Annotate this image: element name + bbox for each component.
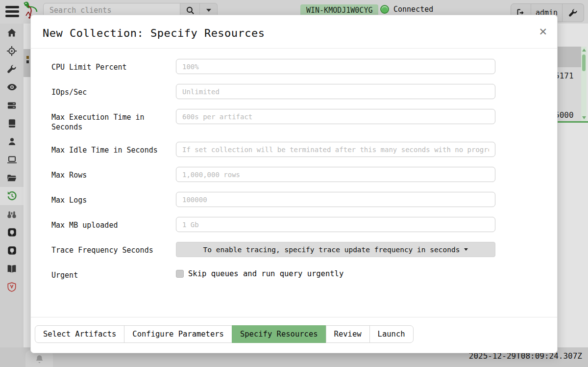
sidebar-item-documentation[interactable]: [0, 260, 24, 278]
journal-icon: [7, 119, 17, 128]
chevron-down-icon: [464, 248, 468, 251]
binoculars-icon: [7, 210, 17, 219]
sidebar-item-github-alt[interactable]: [0, 241, 24, 260]
iops-input[interactable]: [176, 84, 495, 99]
sidebar-item-hunt-manager[interactable]: [0, 42, 24, 60]
book-open-icon: [7, 264, 17, 274]
form-row-max-logs: Max Logs: [51, 192, 525, 207]
field-label: Trace Frequency Seconds: [51, 242, 176, 255]
urgent-checkbox-label: Skip queues and run query urgently: [188, 269, 343, 278]
trace-frequency-dropdown[interactable]: To enable tracing, specify trace update …: [176, 242, 495, 257]
settings-button[interactable]: [563, 3, 584, 22]
bell-icon: [35, 354, 44, 364]
step-configure-parameters[interactable]: Configure Parameters: [124, 325, 232, 343]
user-icon: [7, 137, 17, 146]
sidebar-item-host-information[interactable]: [0, 151, 24, 169]
server-stack-icon: [7, 101, 17, 110]
form-row-max-rows: Max Rows: [51, 167, 525, 182]
form-row-max-mb-uploaded: Max MB uploaded: [51, 217, 525, 232]
max-mb-uploaded-input[interactable]: [176, 217, 495, 232]
wrench-icon: [7, 64, 17, 74]
max-execution-time-input[interactable]: [176, 109, 495, 124]
field-label: Max MB uploaded: [51, 217, 176, 230]
cpu-limit-input[interactable]: [176, 59, 495, 74]
scroll-up-arrow-icon[interactable]: [582, 49, 586, 52]
folder-open-icon: [7, 173, 17, 183]
field-label: Max Execution Time in Seconds: [51, 109, 176, 132]
dropdown-value: To enable tracing, specify trace update …: [203, 246, 460, 254]
max-logs-input[interactable]: [176, 192, 495, 207]
modal-body: CPU Limit Percent IOps/Sec Max Execution…: [31, 49, 557, 317]
connected-indicator-icon: [380, 5, 389, 14]
eye-icon: [7, 82, 17, 92]
connection-status: Connected: [380, 5, 433, 14]
field-label: IOps/Sec: [51, 84, 176, 97]
laptop-icon: [7, 155, 17, 165]
sidebar-item-server-monitoring[interactable]: [0, 78, 24, 96]
wizard-steps: Select Artifacts Configure Parameters Sp…: [35, 325, 414, 343]
modal-footer: Select Artifacts Configure Parameters Sp…: [31, 317, 557, 353]
hamburger-menu-icon[interactable]: [5, 6, 19, 18]
chevron-down-icon: [206, 9, 211, 12]
field-label: Max Idle Time in Seconds: [51, 142, 176, 155]
form-row-max-execution-time: Max Execution Time in Seconds: [51, 109, 525, 132]
background-icon-fragment: [26, 60, 29, 63]
form-row-max-idle-time: Max Idle Time in Seconds: [51, 142, 525, 157]
sidebar-item-github[interactable]: [0, 223, 24, 241]
wrench-icon: [568, 8, 578, 18]
sidebar-item-vfs[interactable]: [0, 169, 24, 187]
background-scrollbar[interactable]: [581, 47, 587, 121]
sidebar-item-server-events[interactable]: [0, 96, 24, 114]
scrollbar-thumb[interactable]: [582, 54, 586, 71]
connection-status-label: Connected: [393, 5, 433, 14]
field-label: Urgent: [51, 267, 176, 280]
sidebar: [0, 24, 24, 347]
search-icon: [186, 6, 195, 15]
crosshair-icon: [7, 46, 17, 56]
new-collection-modal: New Collection: Specify Resources ✕ CPU …: [30, 15, 558, 353]
sidebar-item-home[interactable]: [0, 24, 24, 42]
background-icon-fragment: [26, 56, 29, 59]
history-icon: [7, 191, 17, 201]
field-label: Max Rows: [51, 167, 176, 180]
form-row-cpu-limit: CPU Limit Percent: [51, 59, 525, 74]
modal-title: New Collection: Specify Resources: [43, 27, 545, 39]
max-rows-input[interactable]: [176, 167, 495, 182]
shield-v-icon: [7, 282, 17, 292]
step-specify-resources[interactable]: Specify Resources: [232, 325, 326, 343]
field-label: CPU Limit Percent: [51, 59, 176, 72]
step-select-artifacts[interactable]: Select Artifacts: [35, 325, 124, 343]
sidebar-item-server-artifacts[interactable]: [0, 60, 24, 78]
scroll-down-arrow-icon[interactable]: [582, 116, 586, 119]
sidebar-item-clients[interactable]: [0, 132, 24, 151]
sidebar-item-notebooks[interactable]: [0, 114, 24, 132]
background-table-header-left: [24, 49, 30, 77]
home-icon: [7, 28, 17, 38]
field-label: Max Logs: [51, 192, 176, 205]
max-idle-time-input[interactable]: [176, 142, 495, 157]
step-launch[interactable]: Launch: [369, 325, 414, 343]
github-alt-icon: [7, 246, 17, 255]
form-row-iops: IOps/Sec: [51, 84, 525, 99]
github-icon: [7, 228, 17, 237]
step-review[interactable]: Review: [326, 325, 370, 343]
sidebar-item-velociraptor-shield[interactable]: [0, 278, 24, 296]
sidebar-item-search[interactable]: [0, 205, 24, 223]
sidebar-item-collected-artifacts[interactable]: [0, 187, 24, 205]
form-row-trace-frequency: Trace Frequency Seconds To enable tracin…: [51, 242, 525, 257]
close-icon[interactable]: ✕: [539, 26, 547, 38]
modal-header: New Collection: Specify Resources ✕: [31, 15, 557, 49]
urgent-checkbox[interactable]: [176, 270, 184, 278]
form-row-urgent: Urgent Skip queues and run query urgentl…: [51, 267, 525, 282]
